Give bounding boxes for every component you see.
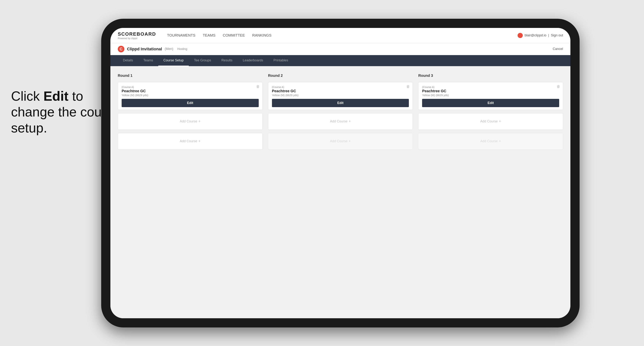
main-nav: TOURNAMENTS TEAMS COMMITTEE RANKINGS [167, 33, 272, 37]
tab-details[interactable]: Details [118, 55, 138, 66]
tab-bar: Details Teams Course Setup Tee Groups Re… [110, 55, 570, 66]
round-1-trash-icon[interactable]: 🗑 [256, 85, 260, 89]
tab-leaderboards[interactable]: Leaderboards [238, 55, 268, 66]
round-3-course-label: (Course A) [422, 86, 559, 89]
header-right: blair@clippd.io | Sign out [518, 33, 563, 38]
tournament-gender: (Men) [165, 47, 173, 51]
round-1-course-actions: 🗑 [256, 85, 260, 89]
scoreboard-logo: SCOREBOARD Powered by clippd [118, 31, 156, 40]
round-3-plus-icon-1: + [499, 119, 501, 124]
round-1-add-course-label-2: Add Course [180, 139, 197, 143]
round-1-title: Round 1 [118, 73, 262, 78]
tournament-info: C Clippd Invitational (Men) Hosting [118, 46, 187, 52]
round-3-course-card: (Course A) Peachtree GC Yellow (M) (6629… [418, 82, 563, 110]
round-1-add-course-label-1: Add Course [180, 119, 197, 123]
round-3-trash-icon[interactable]: 🗑 [556, 85, 560, 89]
round-2-add-course-2: Add Course + [268, 133, 413, 150]
round-1-course-label: (Course A) [122, 86, 259, 89]
tab-teams[interactable]: Teams [138, 55, 158, 66]
round-2-course-label: (Course A) [272, 86, 409, 89]
round-1-plus-icon-1: + [198, 119, 200, 124]
main-content: Round 1 (Course A) Peachtree GC Yellow (… [110, 66, 570, 318]
round-3-add-course-1[interactable]: Add Course + [418, 113, 563, 130]
round-1-add-course-2[interactable]: Add Course + [118, 133, 262, 150]
round-3-add-course-label-2: Add Course [480, 139, 498, 143]
round-1-add-course-1[interactable]: Add Course + [118, 113, 262, 130]
cancel-button[interactable]: Cancel [553, 47, 563, 51]
round-2-plus-icon-2: + [349, 139, 351, 143]
user-email: blair@clippd.io [524, 33, 546, 37]
rounds-grid: Round 1 (Course A) Peachtree GC Yellow (… [118, 73, 563, 150]
app-header: SCOREBOARD Powered by clippd TOURNAMENTS… [110, 28, 570, 43]
header-left: SCOREBOARD Powered by clippd TOURNAMENTS… [118, 31, 272, 40]
round-3-course-details: Yellow (M) (6629 yds) [422, 94, 559, 97]
round-2-course-name: Peachtree GC [272, 89, 409, 93]
round-2-course-card: (Course A) Peachtree GC Yellow (M) (6629… [268, 82, 413, 110]
nav-tournaments[interactable]: TOURNAMENTS [167, 33, 196, 37]
round-3-column: Round 3 (Course A) Peachtree GC Yellow (… [418, 73, 563, 150]
round-1-course-details: Yellow (M) (6629 yds) [122, 94, 259, 97]
round-2-add-course-label-1: Add Course [330, 119, 348, 123]
round-1-course-name: Peachtree GC [122, 89, 259, 93]
round-3-add-course-label-1: Add Course [480, 119, 498, 123]
round-2-column: Round 2 (Course A) Peachtree GC Yellow (… [268, 73, 413, 150]
round-3-add-course-2: Add Course + [418, 133, 563, 150]
logo-title: SCOREBOARD [118, 31, 156, 37]
round-3-edit-button[interactable]: Edit [422, 99, 559, 107]
tab-results[interactable]: Results [216, 55, 238, 66]
tab-printables[interactable]: Printables [268, 55, 293, 66]
round-2-course-actions: 🗑 [406, 85, 410, 89]
round-2-edit-button[interactable]: Edit [272, 99, 409, 107]
nav-committee[interactable]: COMMITTEE [223, 33, 245, 37]
round-3-plus-icon-2: + [499, 139, 501, 143]
round-1-column: Round 1 (Course A) Peachtree GC Yellow (… [118, 73, 262, 150]
tab-tee-groups[interactable]: Tee Groups [189, 55, 216, 66]
tablet-screen: SCOREBOARD Powered by clippd TOURNAMENTS… [110, 28, 570, 318]
tab-course-setup[interactable]: Course Setup [158, 55, 189, 66]
round-3-title: Round 3 [418, 73, 563, 78]
user-avatar-icon [518, 33, 523, 38]
round-1-course-card: (Course A) Peachtree GC Yellow (M) (6629… [118, 82, 262, 110]
tournament-bar: C Clippd Invitational (Men) Hosting Canc… [110, 43, 570, 55]
round-3-course-name: Peachtree GC [422, 89, 559, 93]
sign-out-link[interactable]: Sign out [551, 33, 563, 37]
tablet-device: SCOREBOARD Powered by clippd TOURNAMENTS… [101, 19, 580, 328]
round-2-title: Round 2 [268, 73, 413, 78]
round-2-add-course-label-2: Add Course [330, 139, 348, 143]
round-2-course-details: Yellow (M) (6629 yds) [272, 94, 409, 97]
tournament-name: Clippd Invitational [127, 47, 162, 51]
nav-rankings[interactable]: RANKINGS [252, 33, 272, 37]
logo-subtitle: Powered by clippd [118, 37, 156, 40]
round-3-course-actions: 🗑 [556, 85, 560, 89]
round-2-trash-icon[interactable]: 🗑 [406, 85, 410, 89]
hosting-badge: Hosting [178, 47, 187, 51]
header-separator: | [548, 33, 549, 37]
round-1-edit-button[interactable]: Edit [122, 99, 259, 107]
round-1-plus-icon-2: + [198, 139, 200, 143]
round-2-plus-icon-1: + [349, 119, 351, 124]
round-2-add-course-1[interactable]: Add Course + [268, 113, 413, 130]
clippd-logo: C [118, 46, 124, 52]
nav-teams[interactable]: TEAMS [203, 33, 216, 37]
